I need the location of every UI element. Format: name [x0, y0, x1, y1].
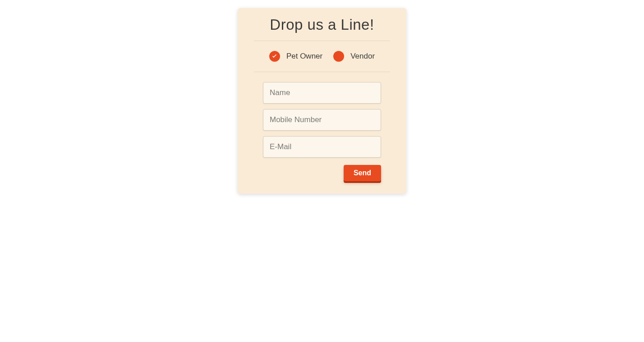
send-button[interactable]: Send [344, 165, 381, 181]
email-field[interactable] [263, 136, 381, 158]
form-title: Drop us a Line! [254, 16, 390, 41]
radio-vendor-label: Vendor [350, 52, 375, 61]
input-group [254, 72, 390, 163]
contact-form-card: Drop us a Line! Pet Owner Vendor Send [238, 8, 406, 194]
radio-vendor[interactable]: Vendor [333, 51, 375, 62]
checkmark-icon [271, 54, 277, 59]
radio-pet-owner[interactable]: Pet Owner [269, 51, 322, 62]
radio-pet-owner-label: Pet Owner [286, 52, 322, 61]
button-row: Send [254, 163, 390, 181]
user-type-radio-group: Pet Owner Vendor [254, 41, 390, 72]
radio-checked-icon [269, 51, 280, 62]
radio-unchecked-icon [333, 51, 344, 62]
name-field[interactable] [263, 82, 381, 104]
mobile-field[interactable] [263, 109, 381, 131]
